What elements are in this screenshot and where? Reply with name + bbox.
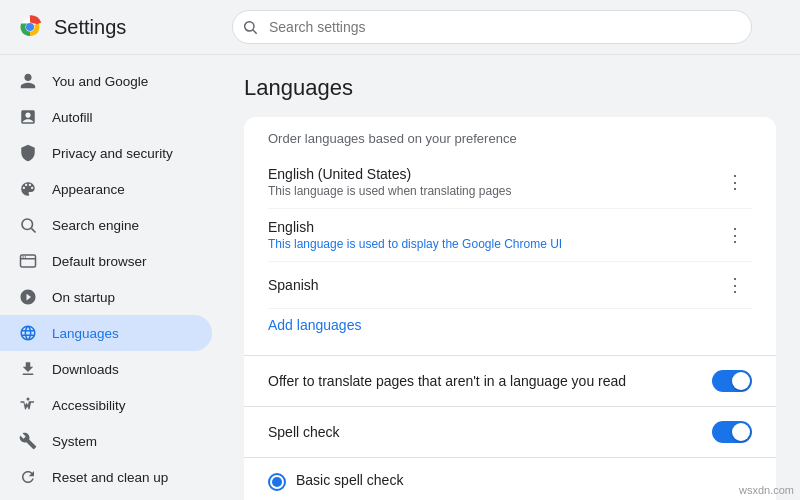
translate-toggle[interactable] bbox=[712, 370, 752, 392]
svg-point-3 bbox=[245, 22, 254, 31]
sidebar-item-reset-clean[interactable]: Reset and clean up bbox=[0, 459, 212, 495]
svg-point-5 bbox=[22, 219, 33, 230]
autofill-icon bbox=[18, 107, 38, 127]
svg-line-4 bbox=[253, 30, 257, 34]
sidebar-item-extensions[interactable]: Extensions ↗ bbox=[0, 495, 212, 500]
language-info-english-us: English (United States) This language is… bbox=[268, 166, 512, 198]
startup-icon bbox=[18, 287, 38, 307]
basic-spell-check-radio[interactable] bbox=[268, 473, 286, 491]
sidebar-item-default-browser[interactable]: Default browser bbox=[0, 243, 212, 279]
browser-icon bbox=[18, 251, 38, 271]
basic-spell-check-option[interactable]: Basic spell check bbox=[268, 472, 752, 491]
add-languages-button[interactable]: Add languages bbox=[268, 309, 361, 341]
person-icon bbox=[18, 71, 38, 91]
sidebar-item-on-startup[interactable]: On startup bbox=[0, 279, 212, 315]
languages-card: Order languages based on your preference… bbox=[244, 117, 776, 500]
spell-check-toggle-row: Spell check bbox=[244, 407, 776, 458]
sidebar-item-autofill[interactable]: Autofill bbox=[0, 99, 212, 135]
sidebar-label-you-google: You and Google bbox=[52, 74, 148, 89]
sidebar-label-default-browser: Default browser bbox=[52, 254, 147, 269]
shield-icon bbox=[18, 143, 38, 163]
sidebar-item-accessibility[interactable]: Accessibility bbox=[0, 387, 212, 423]
sidebar-item-system[interactable]: System bbox=[0, 423, 212, 459]
globe-icon bbox=[18, 323, 38, 343]
sidebar-label-reset: Reset and clean up bbox=[52, 470, 168, 485]
translate-toggle-row: Offer to translate pages that aren't in … bbox=[244, 356, 776, 407]
search-bar bbox=[232, 10, 752, 44]
basic-spell-check-label: Basic spell check bbox=[296, 472, 403, 488]
language-menu-english-us[interactable]: ⋮ bbox=[718, 169, 752, 195]
sidebar-label-search: Search engine bbox=[52, 218, 139, 233]
spell-check-toggle[interactable] bbox=[712, 421, 752, 443]
sidebar-label-downloads: Downloads bbox=[52, 362, 119, 377]
sidebar-item-appearance[interactable]: Appearance bbox=[0, 171, 212, 207]
language-info-english: English This language is used to display… bbox=[268, 219, 562, 251]
languages-section-header: Order languages based on your preference bbox=[268, 131, 752, 146]
languages-order-section: Order languages based on your preference… bbox=[244, 117, 776, 356]
svg-point-11 bbox=[27, 398, 30, 401]
svg-point-9 bbox=[22, 256, 24, 258]
content-area: Languages Order languages based on your … bbox=[220, 55, 800, 500]
svg-point-2 bbox=[26, 23, 34, 31]
basic-spell-check-info: Basic spell check bbox=[296, 472, 403, 488]
download-icon bbox=[18, 359, 38, 379]
page-title: Languages bbox=[244, 75, 776, 101]
svg-line-6 bbox=[31, 228, 35, 232]
language-row-english: English This language is used to display… bbox=[268, 209, 752, 262]
lang-desc-english: This language is used to display the Goo… bbox=[268, 237, 562, 251]
sidebar-label-startup: On startup bbox=[52, 290, 115, 305]
sidebar-label-privacy: Privacy and security bbox=[52, 146, 173, 161]
spell-check-options: Basic spell check Enhanced spell check U… bbox=[244, 458, 776, 500]
settings-title: Settings bbox=[54, 16, 126, 39]
search-engine-icon bbox=[18, 215, 38, 235]
lang-name-english-us: English (United States) bbox=[268, 166, 512, 182]
lang-name-spanish: Spanish bbox=[268, 277, 319, 293]
language-info-spanish: Spanish bbox=[268, 277, 319, 293]
sidebar-label-autofill: Autofill bbox=[52, 110, 93, 125]
top-bar: Settings bbox=[0, 0, 800, 55]
sidebar-item-you-google[interactable]: You and Google bbox=[0, 63, 212, 99]
logo-area: Settings bbox=[16, 13, 216, 41]
spell-check-toggle-label: Spell check bbox=[268, 424, 340, 440]
sidebar-item-downloads[interactable]: Downloads bbox=[0, 351, 212, 387]
appearance-icon bbox=[18, 179, 38, 199]
search-icon bbox=[242, 19, 258, 35]
sidebar-item-privacy-security[interactable]: Privacy and security bbox=[0, 135, 212, 171]
translate-toggle-label: Offer to translate pages that aren't in … bbox=[268, 373, 626, 389]
system-icon bbox=[18, 431, 38, 451]
sidebar-item-search-engine[interactable]: Search engine bbox=[0, 207, 212, 243]
sidebar-item-languages[interactable]: Languages bbox=[0, 315, 212, 351]
language-menu-spanish[interactable]: ⋮ bbox=[718, 272, 752, 298]
language-menu-english[interactable]: ⋮ bbox=[718, 222, 752, 248]
svg-point-10 bbox=[25, 256, 27, 258]
reset-icon bbox=[18, 467, 38, 487]
search-input[interactable] bbox=[232, 10, 752, 44]
sidebar-label-system: System bbox=[52, 434, 97, 449]
lang-name-english: English bbox=[268, 219, 562, 235]
sidebar: You and Google Autofill Privacy and secu… bbox=[0, 55, 220, 500]
lang-desc-english-us: This language is used when translating p… bbox=[268, 184, 512, 198]
watermark: wsxdn.com bbox=[739, 484, 794, 496]
language-row-spanish: Spanish ⋮ bbox=[268, 262, 752, 309]
sidebar-label-accessibility: Accessibility bbox=[52, 398, 126, 413]
sidebar-label-appearance: Appearance bbox=[52, 182, 125, 197]
chrome-logo-icon bbox=[16, 13, 44, 41]
main-layout: You and Google Autofill Privacy and secu… bbox=[0, 55, 800, 500]
accessibility-icon bbox=[18, 395, 38, 415]
sidebar-label-languages: Languages bbox=[52, 326, 119, 341]
language-row-english-us: English (United States) This language is… bbox=[268, 156, 752, 209]
